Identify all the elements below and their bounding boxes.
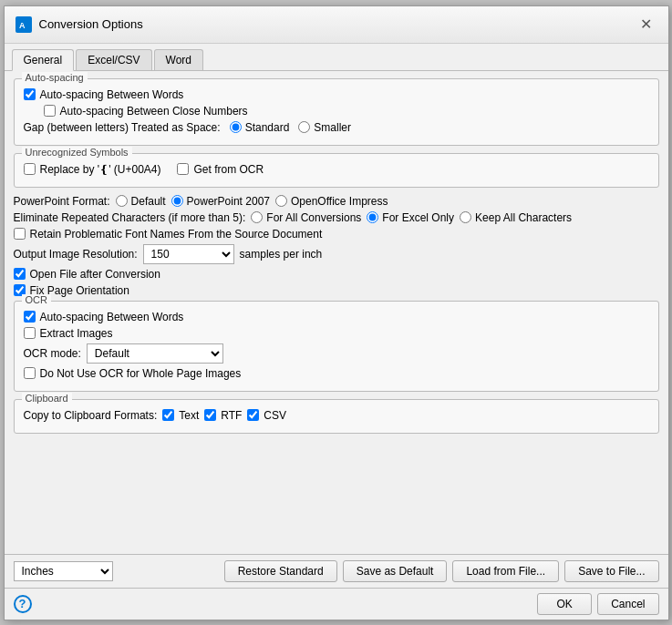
content-area: Auto-spacing Auto-spacing Between Words … <box>5 71 668 554</box>
get-from-ocr-checkbox-label[interactable]: Get from OCR <box>177 163 264 176</box>
pp-2007-radio[interactable] <box>171 195 183 207</box>
ocr-auto-spacing-checkbox[interactable] <box>24 311 36 323</box>
pp-default-text: Default <box>131 195 166 208</box>
svg-text:A: A <box>19 21 26 30</box>
elim-excel-label[interactable]: For Excel Only <box>367 211 454 224</box>
elim-keep-text: Keep All Characters <box>475 211 572 224</box>
clipboard-text-label[interactable]: Text <box>162 409 199 422</box>
close-button[interactable]: ✕ <box>636 14 657 36</box>
clipboard-csv-checkbox[interactable] <box>247 409 259 421</box>
ok-button[interactable]: OK <box>537 593 592 615</box>
title-bar: A Conversion Options ✕ <box>5 6 668 44</box>
clipboard-copy-label: Copy to Clipboard Formats: <box>24 409 158 422</box>
elim-keep-radio[interactable] <box>460 211 471 223</box>
gap-label: Gap (between letters) Treated as Space: <box>24 121 221 134</box>
ocr-auto-spacing-label[interactable]: Auto-spacing Between Words <box>24 311 184 323</box>
retain-font-names-row: Retain Problematic Font Names From the S… <box>14 228 659 241</box>
tabs-bar: General Excel/CSV Word <box>5 44 668 71</box>
auto-spacing-numbers-checkbox-label[interactable]: Auto-spacing Between Close Numbers <box>44 105 248 118</box>
pp-default-radio[interactable] <box>116 195 128 207</box>
save-to-file-button[interactable]: Save to File... <box>564 560 658 582</box>
gap-smaller-radio[interactable] <box>298 121 310 133</box>
cancel-button[interactable]: Cancel <box>597 593 658 615</box>
fix-page-orientation-row: Fix Page Orientation <box>14 284 659 297</box>
pp-openoffice-radio[interactable] <box>275 195 287 207</box>
unrecognized-symbols-label: Unrecognized Symbols <box>22 147 132 158</box>
clipboard-rtf-checkbox[interactable] <box>204 409 216 421</box>
auto-spacing-numbers-text: Auto-spacing Between Close Numbers <box>60 105 248 118</box>
restore-standard-button[interactable]: Restore Standard <box>224 560 337 582</box>
ocr-mode-label: OCR mode: <box>24 347 81 360</box>
elim-all-text: For All Conversions <box>266 211 361 224</box>
clipboard-rtf-label[interactable]: RTF <box>204 409 242 422</box>
get-from-ocr-text: Get from OCR <box>193 163 264 176</box>
footer-bar: ? OK Cancel <box>5 588 668 620</box>
ocr-mode-select[interactable]: Default Auto Manual <box>87 343 223 364</box>
gap-standard-label[interactable]: Standard <box>230 121 290 134</box>
bottom-bar: Inches Centimeters Millimeters Restore S… <box>5 554 668 588</box>
get-from-ocr-checkbox[interactable] <box>177 163 189 175</box>
clipboard-csv-label[interactable]: CSV <box>247 409 286 422</box>
auto-spacing-label: Auto-spacing <box>22 72 88 83</box>
clipboard-group-label: Clipboard <box>22 393 72 404</box>
open-file-row: Open File after Conversion <box>14 268 659 281</box>
elim-all-radio[interactable] <box>251 211 263 223</box>
do-not-use-ocr-text: Do Not Use OCR for Whole Page Images <box>40 367 242 380</box>
ocr-extract-images-text: Extract Images <box>40 327 113 340</box>
help-button[interactable]: ? <box>14 595 32 613</box>
units-select[interactable]: Inches Centimeters Millimeters <box>14 561 113 581</box>
do-not-use-ocr-checkbox[interactable] <box>24 367 36 379</box>
ocr-extract-images-checkbox[interactable] <box>24 327 36 339</box>
tab-general[interactable]: General <box>12 49 75 71</box>
pp-2007-label[interactable]: PowerPoint 2007 <box>171 195 270 208</box>
elim-excel-radio[interactable] <box>367 211 378 223</box>
auto-spacing-words-checkbox[interactable] <box>24 88 36 100</box>
save-as-default-button[interactable]: Save as Default <box>343 560 448 582</box>
gap-smaller-text: Smaller <box>314 121 351 134</box>
output-image-resolution-suffix: samples per inch <box>240 248 323 261</box>
open-file-checkbox-label[interactable]: Open File after Conversion <box>14 268 160 281</box>
output-image-resolution-select[interactable]: 72 96 150 200 300 <box>143 244 234 264</box>
ocr-group-label: OCR <box>22 294 51 305</box>
dialog-title: Conversion Options <box>39 17 143 31</box>
ocr-auto-spacing-text: Auto-spacing Between Words <box>40 311 184 323</box>
replace-by-checkbox[interactable] <box>24 163 36 175</box>
pp-2007-text: PowerPoint 2007 <box>187 195 270 208</box>
load-from-file-button[interactable]: Load from File... <box>452 560 559 582</box>
output-image-resolution-row: Output Image Resolution: 72 96 150 200 3… <box>14 244 659 264</box>
pp-default-label[interactable]: Default <box>116 195 166 208</box>
elim-all-label[interactable]: For All Conversions <box>251 211 361 224</box>
tab-word[interactable]: Word <box>154 49 203 70</box>
clipboard-text-checkbox[interactable] <box>162 409 174 421</box>
clipboard-csv-text: CSV <box>264 409 286 422</box>
powerpoint-format-row: PowerPoint Format: Default PowerPoint 20… <box>14 195 659 208</box>
eliminate-repeated-label: Eliminate Repeated Characters (if more t… <box>14 211 246 224</box>
retain-font-names-checkbox[interactable] <box>14 228 26 240</box>
action-buttons: Restore Standard Save as Default Load fr… <box>224 560 659 582</box>
tab-excel-csv[interactable]: Excel/CSV <box>76 49 151 70</box>
auto-spacing-group: Auto-spacing Auto-spacing Between Words … <box>14 78 659 146</box>
pp-openoffice-label[interactable]: OpenOffice Impress <box>275 195 388 208</box>
eliminate-repeated-row: Eliminate Repeated Characters (if more t… <box>14 211 659 224</box>
replace-by-text: Replace by '❴' (U+00A4) <box>40 163 161 176</box>
open-file-checkbox[interactable] <box>14 268 26 280</box>
auto-spacing-numbers-checkbox[interactable] <box>44 105 56 117</box>
ok-cancel-buttons: OK Cancel <box>537 593 658 615</box>
title-bar-left: A Conversion Options <box>16 16 143 33</box>
powerpoint-format-label: PowerPoint Format: <box>14 195 110 208</box>
gap-smaller-label[interactable]: Smaller <box>298 121 351 134</box>
auto-spacing-words-checkbox-label[interactable]: Auto-spacing Between Words <box>24 88 184 101</box>
retain-font-names-label[interactable]: Retain Problematic Font Names From the S… <box>14 228 323 241</box>
do-not-use-ocr-label[interactable]: Do Not Use OCR for Whole Page Images <box>24 367 242 380</box>
clipboard-rtf-text: RTF <box>221 409 242 422</box>
clipboard-text-text: Text <box>179 409 199 422</box>
elim-excel-text: For Excel Only <box>382 211 454 224</box>
ocr-extract-images-label[interactable]: Extract Images <box>24 327 113 340</box>
gap-standard-radio[interactable] <box>230 121 242 133</box>
unrecognized-symbols-group: Unrecognized Symbols Replace by '❴' (U+0… <box>14 153 659 188</box>
replace-by-checkbox-label[interactable]: Replace by '❴' (U+00A4) <box>24 163 161 176</box>
gap-standard-text: Standard <box>245 121 290 134</box>
elim-keep-label[interactable]: Keep All Characters <box>460 211 572 224</box>
output-image-resolution-label: Output Image Resolution: <box>14 248 138 261</box>
auto-spacing-words-text: Auto-spacing Between Words <box>40 88 184 101</box>
